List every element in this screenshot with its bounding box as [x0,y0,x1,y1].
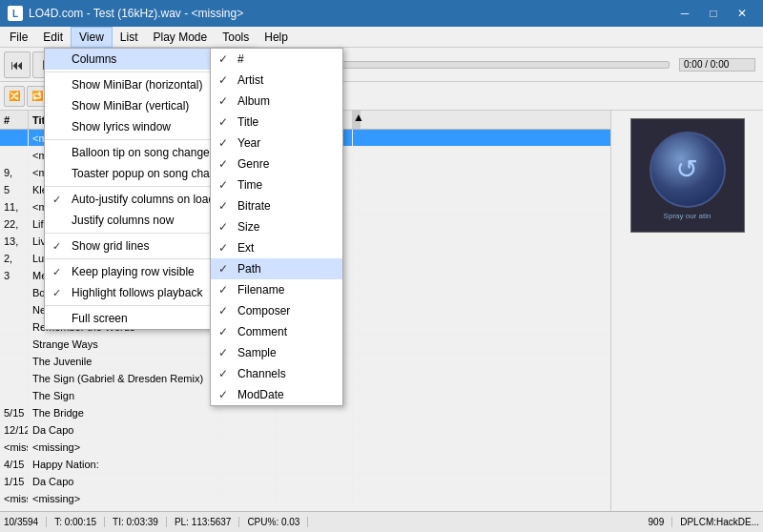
menu-view[interactable]: View [71,27,113,48]
menu-help[interactable]: Help [257,27,296,48]
check-icon: ✓ [218,94,228,108]
cell-num: 2, [0,250,29,266]
col-artist[interactable]: ✓ Artist [211,70,342,91]
cell-num: ▶ [0,130,29,146]
col-filename[interactable]: ✓ Filename [211,279,342,300]
cell-num: 22, [0,215,29,232]
minibar-h-label: Show MiniBar (horizontal) [72,78,202,92]
album-art: ↻ Spray our atin [630,118,745,233]
cell-year [219,404,277,420]
status-track-count: 10/3594 [4,517,47,527]
status-total-time: TI: 0:03:39 [113,517,167,527]
menu-bar: File Edit View List Play Mode Tools Help [0,27,763,48]
title-bar: L LO4D.com - Test (16kHz).wav - <missing… [0,0,763,27]
table-row[interactable]: 12/12 Da Capo [0,421,610,439]
col-filename-label: Filename [237,283,284,297]
col-year-label: Year [237,136,260,150]
col-channels[interactable]: ✓ Channels [211,363,342,384]
prev-button[interactable]: ⏮ [4,51,31,78]
col-year[interactable]: ✓ Year [211,133,342,153]
col-bitrate-label: Bitrate [237,199,271,213]
cell-title: <missing> [29,439,219,455]
check-icon: ✓ [218,262,228,276]
fullscreen-label: Full screen [72,312,128,325]
menu-file[interactable]: File [2,27,35,48]
cell-num: 12/12 [0,421,29,438]
minimize-button[interactable]: ─ [671,4,698,23]
columns-label: Columns [72,52,116,66]
cell-genre [277,456,353,472]
col-sample[interactable]: ✓ Sample [211,342,342,363]
cell-title: Da Capo [29,421,219,438]
col-time[interactable]: ✓ Time [211,174,342,195]
maximize-button[interactable]: □ [700,4,727,23]
col-size-label: Size [237,220,259,234]
status-cpu: CPU%: 0.03 [247,517,308,527]
cell-genre [277,490,353,506]
table-row[interactable]: 1/15 Da Capo [0,473,610,490]
columns-menu: ✓ # ✓ Artist ✓ Album ✓ Title ✓ Year ✓ Ge… [210,48,343,406]
minibar-v-label: Show MiniBar (vertical) [72,99,189,113]
check-icon: ✓ [218,115,228,129]
menu-list[interactable]: List [113,27,146,48]
status-playlist: PL: 113:5637 [175,517,240,527]
cell-genre [277,439,353,455]
cell-title: The Sign (Gabriel & Dresden Remix) [29,370,219,386]
check-icon: ✓ [218,52,228,66]
col-composer-label: Composer [237,304,290,317]
col-artist-label: Artist [237,73,263,87]
check-icon: ✓ [218,136,228,150]
menu-edit[interactable]: Edit [35,27,71,48]
col-composer[interactable]: ✓ Composer [211,300,342,321]
cell-num: 5 [0,181,29,197]
col-comment-label: Comment [237,325,287,338]
table-row[interactable]: 5/15 The Bridge [0,404,610,421]
col-album[interactable]: ✓ Album [211,91,342,112]
cell-num [0,370,29,386]
logo-text: Spray our atin [664,212,711,220]
cell-year [219,456,277,472]
cell-num: 3 [0,267,29,283]
col-comment[interactable]: ✓ Comment [211,321,342,342]
check-icon: ✓ [218,325,228,338]
shuffle-button[interactable]: 🔀 [4,86,25,107]
check-icon: ✓ [218,304,228,317]
check-icon: ✓ [218,241,228,255]
status-extra1: 909 [649,517,673,527]
cell-num [0,284,29,300]
col-bitrate[interactable]: ✓ Bitrate [211,195,342,216]
menu-tools[interactable]: Tools [215,27,257,48]
close-button[interactable]: ✕ [729,4,755,23]
col-size[interactable]: ✓ Size [211,216,342,237]
table-row[interactable]: <missing> <missing> [0,490,610,507]
table-row[interactable]: 4/15 Happy Nation: [0,456,610,473]
col-hash-label: # [237,52,244,66]
toaster-label: Toaster popup on song change [72,167,229,180]
check-icon: ✓ [218,388,228,401]
col-channels-label: Channels [237,367,286,380]
table-row[interactable]: <missing> <missing> [0,439,610,456]
col-num: # [0,111,29,129]
cell-num: 13, [0,233,29,249]
col-hash[interactable]: ✓ # [211,49,342,70]
check-icon: ✓ [218,367,228,380]
col-genre[interactable]: ✓ Genre [211,153,342,174]
col-path[interactable]: ✓ Path [211,258,342,279]
check-icon: ✓ [52,266,61,278]
col-moddate[interactable]: ✓ ModDate [211,384,342,405]
check-icon: ✓ [218,73,228,87]
col-ext-label: Ext [237,241,254,255]
col-ext[interactable]: ✓ Ext [211,237,342,258]
col-title[interactable]: ✓ Title [211,112,342,133]
cell-title: Strange Ways [29,336,219,352]
highlight-label: Highlight follows playback [72,286,202,299]
justify-label: Justify columns now [72,214,174,227]
cell-num [0,318,29,335]
col-title-label: Title [237,115,258,129]
app-icon: L [8,6,23,21]
scrollbar-up[interactable]: ▲ [353,111,361,129]
cell-title: The Sign [29,387,219,403]
cell-genre [277,404,353,420]
cell-num [0,336,29,352]
menu-playmode[interactable]: Play Mode [146,27,216,48]
